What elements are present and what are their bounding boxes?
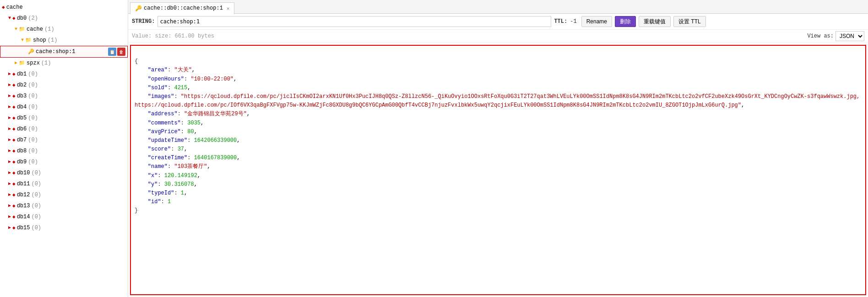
settings-ttl-button[interactable]: 设置 TTL [673, 16, 706, 27]
db4-label: db4 [17, 103, 27, 112]
folder-icon-shop: 📁 [25, 36, 32, 45]
cache-shop-1-label: cache:shop:1 [36, 47, 75, 56]
sidebar-item-cache-folder[interactable]: ▼ 📁 cache (1) [0, 24, 128, 35]
sidebar-item-db15[interactable]: ▶ ◆ db15 (0) [0, 222, 128, 233]
sidebar-item-spzx-folder[interactable]: ▶ 📁 spzx (1) [0, 58, 128, 69]
sidebar-item-db4[interactable]: ▶ ◆ db4 (0) [0, 102, 128, 113]
sidebar-item-shop-folder[interactable]: ▼ 📁 shop (1) [0, 35, 128, 46]
sidebar-item-db0[interactable]: ▼ ◆ db0 (2) [0, 13, 128, 24]
spzx-folder-count: (1) [41, 59, 51, 68]
diamond-icon-db13: ◆ [12, 201, 16, 211]
value-row: Value: size: 661.00 bytes View as: JSON … [128, 30, 868, 43]
diamond-icon-db4: ◆ [12, 103, 16, 112]
sidebar-item-cache-shop-1[interactable]: 🔑 cache:shop:1 📋 🗑 [0, 46, 128, 58]
shop-folder-count: (1) [48, 36, 58, 45]
sidebar-item-db12[interactable]: ▶ ◆ db12 (0) [0, 189, 128, 200]
arrow-right-icon-db12: ▶ [8, 190, 11, 200]
spzx-folder-label: spzx [27, 59, 40, 68]
db0-count: (2) [28, 14, 38, 23]
sidebar-root[interactable]: ◆ cache [0, 2, 128, 13]
diamond-icon-db8: ◆ [12, 146, 16, 156]
db7-label: db7 [17, 135, 27, 145]
active-tab[interactable]: 🔑 cache::db0::cache:shop:1 ✕ [130, 2, 234, 14]
db10-count: (0) [31, 168, 41, 178]
arrow-down-icon-cache: ▼ [15, 25, 17, 34]
sidebar-item-db3[interactable]: ▶ ◆ db3 (0) [0, 91, 128, 102]
db2-count: (0) [28, 81, 38, 90]
diamond-icon: ◆ [2, 3, 5, 12]
tab-close-button[interactable]: ✕ [227, 5, 230, 11]
sidebar-item-db10[interactable]: ▶ ◆ db10 (0) [0, 167, 128, 178]
db1-label: db1 [17, 70, 27, 79]
cache-folder-label: cache [27, 25, 43, 34]
rename-button[interactable]: Rename [581, 16, 612, 27]
diamond-icon-db0: ◆ [12, 14, 16, 23]
arrow-right-icon-db3: ▶ [8, 92, 11, 101]
arrow-right-icon-db9: ▶ [8, 157, 11, 167]
db15-label: db15 [17, 223, 30, 232]
key-input[interactable] [157, 16, 551, 27]
diamond-icon-db7: ◆ [12, 135, 16, 145]
tab-bar: 🔑 cache::db0::cache:shop:1 ✕ [128, 0, 868, 14]
db14-count: (0) [31, 212, 41, 221]
db8-label: db8 [17, 146, 27, 156]
arrow-right-icon-db1: ▶ [8, 70, 11, 79]
tab-key-icon: 🔑 [135, 5, 142, 12]
tab-label: cache::db0::cache:shop:1 [144, 5, 223, 11]
db13-count: (0) [31, 201, 41, 211]
sidebar-item-db1[interactable]: ▶ ◆ db1 (0) [0, 69, 128, 80]
arrow-right-icon-db7: ▶ [8, 135, 11, 145]
json-content-area[interactable]: { "area": "大关", "openHours": "10:00-22:0… [130, 45, 866, 295]
diamond-icon-db9: ◆ [12, 157, 16, 167]
sidebar-item-db8[interactable]: ▶ ◆ db8 (0) [0, 146, 128, 157]
delete-button[interactable]: 删除 [615, 16, 636, 27]
arrow-right-icon-spzx: ▶ [15, 59, 17, 68]
sidebar-item-db7[interactable]: ▶ ◆ db7 (0) [0, 135, 128, 146]
arrow-right-icon-db15: ▶ [8, 223, 11, 232]
sidebar-item-db6[interactable]: ▶ ◆ db6 (0) [0, 124, 128, 135]
db9-label: db9 [17, 157, 27, 167]
arrow-down-icon: ▼ [8, 14, 11, 23]
diamond-icon-db1: ◆ [12, 70, 16, 79]
string-type-label: STRING: [132, 18, 155, 25]
value-size-text: Value: size: 661.00 bytes [132, 33, 214, 39]
sidebar-item-db5[interactable]: ▶ ◆ db5 (0) [0, 113, 128, 124]
db6-label: db6 [17, 124, 27, 134]
view-as-select[interactable]: JSON Text Hex [835, 31, 864, 41]
sidebar-item-db11[interactable]: ▶ ◆ db11 (0) [0, 178, 128, 189]
sidebar-item-db9[interactable]: ▶ ◆ db9 (0) [0, 157, 128, 167]
db11-count: (0) [31, 179, 41, 189]
db5-count: (0) [28, 113, 38, 123]
shop-folder-label: shop [33, 36, 46, 45]
diamond-icon-db2: ◆ [12, 81, 16, 90]
diamond-icon-db11: ◆ [12, 179, 16, 189]
sidebar: ◆ cache ▼ ◆ db0 (2) ▼ 📁 cache (1) ▼ 📁 sh… [0, 0, 128, 297]
arrow-right-icon-db14: ▶ [8, 212, 11, 221]
diamond-icon-db14: ◆ [12, 212, 16, 221]
arrow-down-icon-shop: ▼ [21, 36, 24, 45]
key-icon: 🔑 [28, 47, 34, 56]
db10-label: db10 [17, 168, 30, 178]
diamond-icon-db10: ◆ [12, 168, 16, 178]
ttl-value: -1 [570, 18, 576, 25]
db13-label: db13 [17, 201, 30, 211]
db0-label: db0 [17, 14, 27, 23]
db4-count: (0) [28, 103, 38, 112]
view-as-row: View as: JSON Text Hex [807, 31, 864, 41]
arrow-right-icon-db10: ▶ [8, 168, 11, 178]
reload-button[interactable]: 重载键值 [639, 16, 671, 27]
db2-label: db2 [17, 81, 27, 90]
sidebar-item-db13[interactable]: ▶ ◆ db13 (0) [0, 200, 128, 211]
view-as-label: View as: [807, 33, 834, 39]
copy-key-button[interactable]: 📋 [108, 48, 116, 56]
sidebar-item-db14[interactable]: ▶ ◆ db14 (0) [0, 211, 128, 222]
diamond-icon-db15: ◆ [12, 223, 16, 232]
db7-count: (0) [28, 135, 38, 145]
db11-label: db11 [17, 179, 30, 189]
diamond-icon-db6: ◆ [12, 124, 16, 134]
delete-key-button[interactable]: 🗑 [117, 48, 125, 56]
arrow-right-icon-db2: ▶ [8, 81, 11, 90]
folder-icon-cache: 📁 [19, 25, 25, 34]
sidebar-item-db2[interactable]: ▶ ◆ db2 (0) [0, 80, 128, 91]
arrow-right-icon-db6: ▶ [8, 124, 11, 134]
